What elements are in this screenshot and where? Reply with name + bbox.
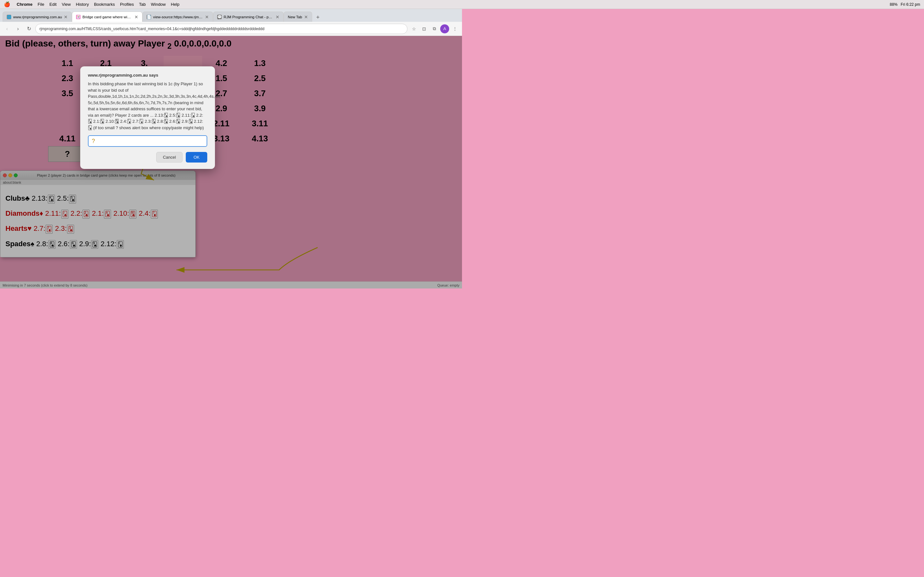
address-bar: ‹ › ↻ rjmprogramming.com.au/HTMLCSS/card… [0,22,462,36]
tab3-favicon: 📄 [147,15,151,19]
tab1-title: www.rjmprogramming.com.au [13,15,62,19]
apple-menu[interactable]: 🍎 [4,1,10,7]
toolbar-icons: ☆ ⊡ ⧉ A ⋮ [409,24,459,33]
tab2-favicon: 🃏 [76,15,81,19]
menu-edit[interactable]: Edit [49,2,57,7]
tab3-close[interactable]: ✕ [205,15,209,19]
tab-3[interactable]: 📄 view-source:https://www.rjmp... ✕ [142,11,213,22]
reload-button[interactable]: ↻ [24,24,33,33]
profile-icon[interactable]: A [440,24,449,33]
dialog-overlay: www.rjmprogramming.com.au says In this b… [0,36,462,288]
cancel-button[interactable]: Cancel [156,152,183,163]
tab-5[interactable]: New Tab ✕ [284,11,312,22]
mac-menubar: 🍎 Chrome File Edit View History Bookmark… [0,0,462,9]
ok-button[interactable]: OK [186,152,207,163]
bookmark-icon[interactable]: ☆ [409,24,418,33]
chrome-window: 🌐 www.rjmprogramming.com.au ✕ 🃏 Bridge c… [0,9,462,288]
cast-icon[interactable]: ⊡ [420,24,429,33]
dialog-site: www.rjmprogramming.com.au says [88,73,207,77]
menu-history[interactable]: History [76,2,89,7]
menu-icon[interactable]: ⋮ [451,24,459,33]
tab1-favicon: 🌐 [7,15,11,19]
tab1-close[interactable]: ✕ [64,15,68,19]
tab5-title: New Tab [288,15,302,19]
menu-profiles[interactable]: Profiles [120,2,134,7]
extensions-icon[interactable]: ⧉ [430,24,439,33]
url-text: rjmprogramming.com.au/HTMLCSS/cards_usef… [39,27,264,31]
forward-button[interactable]: › [13,24,23,33]
tab3-title: view-source:https://www.rjmp... [153,15,203,19]
menu-chrome[interactable]: Chrome [17,2,32,7]
tab2-title: Bridge card game where winn... [82,15,132,19]
tab2-close[interactable]: ✕ [134,15,138,19]
tab-bar: 🌐 www.rjmprogramming.com.au ✕ 🃏 Bridge c… [0,9,462,22]
tab4-close[interactable]: ✕ [276,15,279,19]
tab4-favicon: 💬 [217,15,222,19]
dialog-input[interactable] [88,135,207,147]
tab-1[interactable]: 🌐 www.rjmprogramming.com.au ✕ [3,11,72,22]
tab4-title: RJM Programming Chat - php... [224,15,274,19]
tab-4[interactable]: 💬 RJM Programming Chat - php... ✕ [213,11,284,22]
new-tab-button[interactable]: + [313,13,322,22]
dialog-message: In this bidding phase the last winning b… [88,81,207,131]
back-button[interactable]: ‹ [3,24,11,33]
menu-bookmarks[interactable]: Bookmarks [94,2,115,7]
tab-2[interactable]: 🃏 Bridge card game where winn... ✕ [72,11,142,22]
menu-view[interactable]: View [61,2,71,7]
page-content: Bid (please, others, turn) away Player 2… [0,36,462,288]
dialog-box: www.rjmprogramming.com.au says In this b… [80,66,215,169]
tab5-close[interactable]: ✕ [304,15,308,19]
menu-help[interactable]: Help [171,2,180,7]
menu-file[interactable]: File [37,2,44,7]
dialog-buttons: Cancel OK [88,152,207,163]
url-input[interactable]: rjmprogramming.com.au/HTMLCSS/cards_usef… [35,24,407,34]
menu-window[interactable]: Window [151,2,166,7]
menu-tab[interactable]: Tab [139,2,145,7]
